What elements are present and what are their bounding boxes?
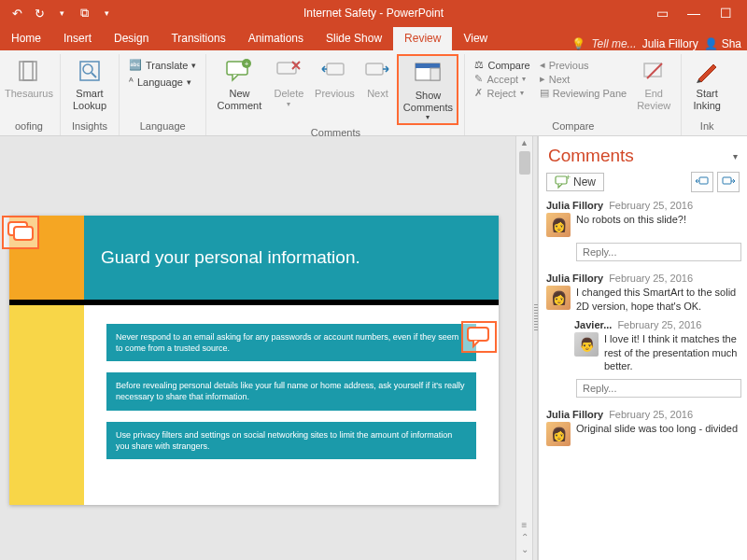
share-button[interactable]: 👤Sha [704,37,741,50]
tab-slide-show[interactable]: Slide Show [315,27,393,50]
smart-lookup-icon [75,56,105,86]
comments-panel: Comments ▾ + New Julia FilloryFebruary 2… [538,136,747,560]
qat-dropdown2-icon[interactable]: ▾ [99,6,114,21]
next-comment-nav-button[interactable] [717,172,740,192]
group-comments: + New Comment Delete▾ Previous Next Show… [206,54,465,135]
tab-animations[interactable]: Animations [237,27,315,50]
svg-rect-19 [14,227,33,240]
previous-comment-icon [319,56,349,86]
comments-panel-menu-icon[interactable]: ▾ [733,151,738,161]
reply-date: February 25, 2016 [617,319,701,330]
ribbon-tabs: Home Insert Design Transitions Animation… [0,26,747,50]
group-ink: Start Inking Ink [682,54,732,135]
content-area: Guard your personal information. Never r… [0,136,747,560]
tab-transitions[interactable]: Transitions [160,27,236,50]
comment-author: Julia Fillory [546,409,603,420]
comment-thread[interactable]: Julia FilloryFebruary 25, 2016 👩Original… [546,409,741,446]
slide-bullet-2[interactable]: Before revealing personal details like y… [106,372,476,410]
minimize-icon[interactable]: — [682,6,706,21]
svg-rect-12 [366,63,383,75]
maximize-icon[interactable]: ☐ [713,6,738,21]
prev-comment-nav-button[interactable] [691,172,713,192]
start-inking-button[interactable]: Start Inking [687,54,726,111]
svg-rect-20 [468,328,488,341]
comment-date: February 25, 2016 [609,273,693,284]
next-comment-icon [362,56,392,86]
svg-rect-11 [327,63,344,75]
svg-rect-1 [23,62,36,80]
comments-list[interactable]: Julia FilloryFebruary 25, 2016 👩No robot… [539,200,747,560]
comment-author: Julia Fillory [546,200,603,211]
title-bar: ↶ ↻ ▾ ⧉ ▾ Internet Safety - PowerPoint ▭… [0,0,747,26]
down-nav-icon[interactable]: ⌄ [521,544,529,554]
qat-dropdown-icon[interactable]: ▾ [54,6,69,21]
group-label-ink: Ink [700,119,714,135]
reply-input[interactable] [576,379,741,398]
undo-icon[interactable]: ↶ [9,6,24,21]
comment-date: February 25, 2016 [609,200,693,211]
new-comment-panel-button[interactable]: + New [546,173,604,191]
translate-icon: 🔤 [129,59,142,71]
reply-text: I love it! I think it matches the rest o… [604,332,741,374]
compare-next-button: ▸Next [536,72,631,86]
thesaurus-icon [14,56,44,86]
delete-comment-icon [274,56,303,86]
delete-comment-button[interactable]: Delete▾ [268,54,309,108]
slide-bullet-1[interactable]: Never respond to an email asking for any… [106,324,476,361]
group-compare: ⚖Compare ✎Accept ▾ ✗Reject ▾ ◂Previous ▸… [465,54,682,135]
prev-icon: ◂ [540,59,545,71]
ribbon-display-icon[interactable]: ▭ [650,6,674,21]
group-label-insights: Insights [72,119,107,135]
svg-rect-15 [430,68,440,80]
pane-icon: ▤ [540,87,549,99]
smart-lookup-button[interactable]: Smart Lookup [66,54,113,111]
previous-comment-button[interactable]: Previous [311,54,358,100]
group-label-language: Language [140,119,186,135]
slide-vscrollbar[interactable]: ▲ ≡ ⌃ ⌄ [515,136,532,560]
comment-thread[interactable]: Julia FilloryFebruary 25, 2016 👩I change… [546,273,741,398]
reject-icon: ✗ [474,87,483,99]
start-from-beginning-icon[interactable]: ⧉ [77,6,92,21]
tell-me-input[interactable]: Tell me... [591,37,636,50]
pane-splitter[interactable] [532,136,538,560]
accept-icon: ✎ [474,73,483,85]
tab-insert[interactable]: Insert [52,27,103,50]
svg-rect-23 [699,177,708,184]
comment-thread[interactable]: Julia FilloryFebruary 25, 2016 👩No robot… [546,200,741,261]
show-comments-icon [413,58,443,88]
slide[interactable]: Guard your personal information. Never r… [9,216,499,505]
thesaurus-button[interactable]: Thesaurus [4,54,54,100]
user-name[interactable]: Julia Fillory [642,37,698,50]
up-nav-icon[interactable]: ⌃ [521,532,529,542]
tab-design[interactable]: Design [103,27,160,50]
redo-icon[interactable]: ↻ [32,6,47,21]
comment-marker-body[interactable] [461,321,497,353]
reply-input[interactable] [576,243,741,261]
comments-panel-title: Comments [548,146,733,166]
slide-body[interactable]: Never respond to an email asking for any… [84,305,499,505]
slide-title[interactable]: Guard your personal information. [84,216,499,300]
compare-button[interactable]: ⚖Compare [471,58,533,72]
scroll-up-icon[interactable]: ▲ [520,136,529,147]
tab-review[interactable]: Review [393,27,452,50]
comment-marker-slide[interactable] [2,216,39,249]
slide-area[interactable]: Guard your personal information. Never r… [0,136,515,560]
slide-bullet-3[interactable]: Use privacy filters and settings on soci… [106,422,476,459]
scroll-thumb[interactable] [519,151,530,175]
svg-rect-24 [723,177,731,184]
language-button[interactable]: ᴬLanguage ▾ [125,75,200,89]
language-icon: ᴬ [129,76,134,88]
tab-view[interactable]: View [452,27,499,50]
prev-slide-icon[interactable]: ≡ [522,520,528,530]
svg-rect-0 [20,62,33,80]
next-comment-button[interactable]: Next [359,54,395,100]
comment-bubble-icon [466,326,492,348]
new-comment-button[interactable]: + New Comment [212,54,266,111]
end-review-button: End Review [632,54,675,111]
svg-text:+: + [566,173,571,182]
new-comment-small-icon: + [555,175,570,189]
tab-home[interactable]: Home [0,27,52,50]
avatar: 👩 [546,422,571,446]
show-comments-button[interactable]: Show Comments▾ [397,54,458,125]
translate-button[interactable]: 🔤Translate ▾ [125,58,200,72]
